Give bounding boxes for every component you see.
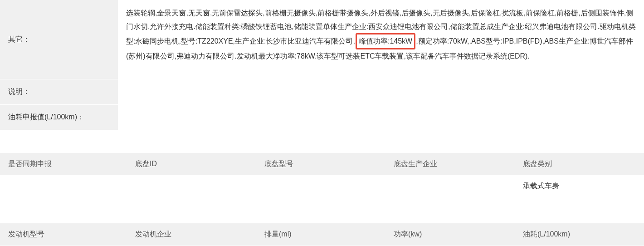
th-fuel-consumption: 油耗(L/100km) (515, 223, 644, 246)
td-chassis-type: 承载式车身 (515, 175, 644, 201)
row-desc: 说明： (0, 79, 644, 105)
highlight-peak-power-text: 峰值功率:145kW (359, 37, 412, 45)
gap-2 (0, 201, 644, 223)
th-same-period: 是否同期申报 (0, 153, 127, 175)
row-other: 其它： 选装轮辋,全景天窗,无天窗,无前保雷达探头,前格栅无摄像头,前格栅带摄像… (0, 0, 644, 79)
td-same-period (0, 175, 127, 201)
row-fuel: 油耗申报值(L/100km)： (0, 105, 644, 130)
th-displacement: 排量(ml) (256, 223, 385, 246)
th-power: 功率(kw) (385, 223, 515, 246)
th-chassis-id: 底盘ID (127, 153, 256, 175)
td-chassis-model (256, 175, 385, 201)
td-chassis-id (127, 175, 256, 201)
label-fuel-text: 油耗申报值(L/100km)： (8, 113, 84, 122)
td-chassis-mfr (385, 175, 515, 201)
value-other: 选装轮辋,全景天窗,无天窗,无前保雷达探头,前格栅无摄像头,前格栅带摄像头,外后… (118, 0, 644, 79)
chassis-table-header: 是否同期申报 底盘ID 底盘型号 底盘生产企业 底盘类别 (0, 153, 644, 175)
label-other-text: 其它： (8, 35, 30, 44)
label-desc: 说明： (0, 79, 118, 104)
th-chassis-model: 底盘型号 (256, 153, 385, 175)
label-fuel: 油耗申报值(L/100km)： (0, 105, 118, 130)
gap-1 (0, 130, 644, 153)
label-other: 其它： (0, 0, 118, 79)
value-desc (118, 79, 644, 104)
label-desc-text: 说明： (8, 87, 30, 97)
th-engine-model: 发动机型号 (0, 223, 127, 246)
highlight-peak-power: 峰值功率:145kW (356, 33, 415, 49)
value-fuel (118, 105, 644, 130)
th-chassis-type: 底盘类别 (515, 153, 644, 175)
chassis-table-row: 承载式车身 (0, 175, 644, 201)
engine-table-header: 发动机型号 发动机企业 排量(ml) 功率(kw) 油耗(L/100km) (0, 223, 644, 246)
th-chassis-mfr: 底盘生产企业 (385, 153, 515, 175)
th-engine-mfr: 发动机企业 (127, 223, 256, 246)
